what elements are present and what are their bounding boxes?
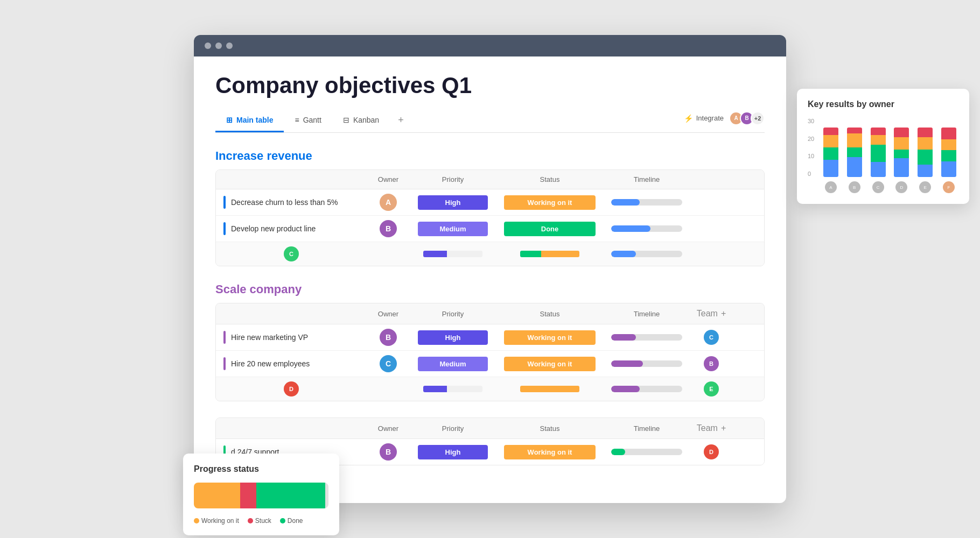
- tab-main-table[interactable]: ⊞ Main table: [215, 110, 284, 132]
- timeline-fill: [611, 360, 643, 367]
- tab-gantt[interactable]: ≡ Gantt: [284, 110, 332, 132]
- row-hire-vp: Hire new marketing VP: [216, 324, 367, 350]
- status-badge-working[interactable]: Working on it: [504, 195, 596, 210]
- summary-status: [496, 377, 604, 401]
- team-avatar: D: [704, 444, 719, 459]
- summary-avatar-cell: C: [216, 242, 367, 266]
- cell-status: Working on it: [496, 439, 604, 465]
- table-row: Hire 20 new employees C Medium Working o…: [216, 351, 764, 377]
- chart-avatar-1: A: [821, 181, 841, 193]
- tab-kanban-label: Kanban: [353, 116, 379, 124]
- bar-seg-green: [918, 150, 933, 165]
- y-label-0: 0: [808, 171, 818, 177]
- summary-priority: [410, 242, 496, 266]
- integrate-button[interactable]: ⚡ Integrate: [684, 114, 724, 123]
- collaborators-plus-badge: +2: [751, 111, 765, 125]
- status-badge-done[interactable]: Done: [504, 222, 596, 236]
- priority-badge-medium[interactable]: Medium: [418, 222, 488, 236]
- cell-priority: High: [410, 439, 496, 465]
- table-header-scale: Owner Priority Status Timeline Team +: [216, 303, 764, 324]
- col-priority-revenue: Priority: [410, 170, 496, 189]
- gantt-icon: ≡: [295, 116, 299, 124]
- progress-title: Progress status: [194, 464, 328, 474]
- row-label: Develop new product line: [231, 224, 316, 233]
- bar-seg-red: [871, 128, 886, 135]
- scale-company-table: Owner Priority Status Timeline Team + Hi…: [215, 303, 765, 401]
- bar-seg-green: [847, 147, 862, 157]
- increase-revenue-table: Owner Priority Status Timeline Decrease …: [215, 169, 765, 266]
- table-row: Hire new marketing VP B High Working on …: [216, 324, 764, 351]
- status-badge-working[interactable]: Working on it: [504, 357, 596, 371]
- team-avatar: E: [704, 381, 719, 397]
- timeline-fill: [611, 225, 650, 232]
- mini-priority-bar: [423, 386, 482, 392]
- y-label-30: 30: [808, 118, 818, 124]
- bar-seg-orange: [918, 137, 933, 150]
- progress-widget: Progress status Working on it Stuck: [183, 454, 339, 535]
- col-priority-scale: Priority: [410, 303, 496, 324]
- mini-priority-bar: [423, 251, 482, 257]
- integrate-label: Integrate: [696, 114, 724, 122]
- cell-owner: B: [367, 324, 410, 350]
- cell-owner: A: [367, 189, 410, 215]
- timeline-fill: [611, 334, 636, 341]
- legend-label-done: Done: [288, 517, 303, 525]
- kanban-icon: ⊟: [343, 116, 349, 124]
- avatar-owner: B: [380, 329, 397, 346]
- key-results-panel: Key results by owner 30 20 10 0: [797, 89, 969, 204]
- y-label-20: 20: [808, 136, 818, 142]
- table-header-revenue: Owner Priority Status Timeline: [216, 170, 764, 189]
- window-dot-2: [215, 43, 222, 49]
- stacked-bar: [823, 128, 838, 177]
- summary-team: E: [690, 377, 733, 401]
- priority-badge-high[interactable]: High: [418, 195, 488, 210]
- bar-group-1: [821, 128, 841, 177]
- legend-dot-working: [194, 518, 199, 523]
- cell-owner: B: [367, 439, 410, 465]
- add-column-button[interactable]: +: [721, 423, 726, 433]
- table-row: Decrease churn to less than 5% A High Wo…: [216, 189, 764, 216]
- avatar-owner: B: [380, 443, 397, 461]
- integrate-icon: ⚡: [684, 114, 693, 123]
- section-increase-revenue-title: Increase revenue: [215, 149, 765, 163]
- tab-kanban[interactable]: ⊟ Kanban: [332, 110, 390, 132]
- priority-badge-high[interactable]: High: [418, 445, 488, 459]
- bar-seg-green: [894, 150, 909, 159]
- summary-status: [496, 242, 604, 266]
- priority-badge-medium[interactable]: Medium: [418, 357, 488, 371]
- avatar-owner: C: [380, 355, 397, 372]
- cell-priority: High: [410, 324, 496, 350]
- cell-timeline: [604, 189, 690, 215]
- row-label: Hire new marketing VP: [231, 333, 308, 342]
- avatar-owner-2: B: [380, 220, 397, 237]
- legend-label-stuck: Stuck: [255, 517, 271, 525]
- legend-label-working: Working on it: [201, 517, 239, 525]
- stacked-bar: [847, 128, 862, 177]
- progress-segment-gray: [325, 483, 328, 508]
- timeline-bar: [611, 225, 682, 232]
- status-badge-working[interactable]: Working on it: [504, 445, 596, 459]
- cell-timeline: [604, 351, 690, 377]
- cell-timeline: [604, 216, 690, 242]
- status-badge-working[interactable]: Working on it: [504, 330, 596, 345]
- summary-avatar: D: [284, 381, 299, 397]
- chart-face: C: [872, 181, 884, 193]
- chart-avatar-6: F: [939, 181, 958, 193]
- row-decrease-churn: Decrease churn to less than 5%: [216, 189, 367, 215]
- bar-group-3: [869, 128, 888, 177]
- priority-badge-high[interactable]: High: [418, 330, 488, 345]
- bar-seg-green: [871, 145, 886, 162]
- table-row: Develop new product line B Medium Done: [216, 216, 764, 242]
- tab-add-button[interactable]: +: [390, 109, 412, 132]
- main-table-icon: ⊞: [226, 116, 233, 124]
- row-label: Decrease churn to less than 5%: [231, 198, 338, 207]
- cell-status: Working on it: [496, 351, 604, 377]
- legend-stuck: Stuck: [248, 517, 271, 525]
- table-header-support: Owner Priority Status Timeline Team +: [216, 418, 764, 439]
- add-column-button[interactable]: +: [721, 309, 726, 318]
- chart-avatar-4: D: [892, 181, 911, 193]
- chart-y-labels: 30 20 10 0: [808, 118, 818, 177]
- col-timeline-support: Timeline: [604, 418, 690, 438]
- bar-seg-green: [941, 150, 956, 161]
- summary-owner: [367, 377, 410, 401]
